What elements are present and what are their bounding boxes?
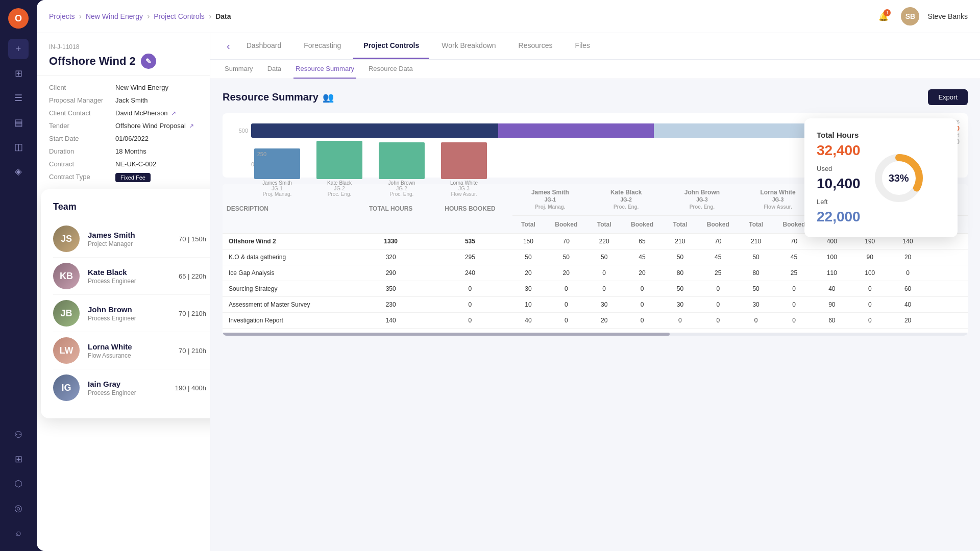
project-title: Offshore Wind 2 ✎	[49, 54, 198, 69]
team-member-james-smith[interactable]: JS James Smith Project Manager 70 | 150h	[53, 220, 210, 258]
left-label: Left	[817, 198, 861, 206]
user-name: Steve Banks	[927, 12, 968, 20]
breadcrumb-sep-3: ›	[209, 12, 211, 21]
member-hours-john-brown: 70 | 210h	[179, 310, 206, 317]
member-info-john-brown: John Brown Process Engineer	[88, 305, 170, 322]
member-info-iain-gray: Iain Gray Process Engineer	[88, 380, 167, 396]
donut-stats: Total Hours 32,400 Used 10,400 Left 22,0…	[817, 131, 861, 225]
breadcrumb-sep-1: ›	[79, 12, 82, 21]
nav-tabs: ‹ Dashboard Forecasting Project Controls…	[210, 33, 980, 60]
settings-icon[interactable]: ◈	[8, 161, 29, 182]
section-header: Resource Summary 👥 Export	[223, 89, 968, 105]
subtab-data[interactable]: Data	[265, 60, 283, 79]
team-member-iain-gray[interactable]: IG Iain Gray Process Engineer 190 | 400h	[53, 369, 210, 406]
breadcrumb-wind-energy[interactable]: New Wind Energy	[86, 12, 143, 20]
left-panel: IN-J-11018 Offshore Wind 2 ✎ Client New …	[37, 33, 210, 551]
member-hours-lorna-white: 70 | 210h	[179, 347, 206, 355]
jb-booked-header: Booked	[696, 216, 740, 234]
team-popup: Team JS James Smith Project Manager 70 |…	[41, 189, 210, 418]
member-hours-james-smith: 70 | 150h	[179, 235, 206, 243]
user-avatar[interactable]: SB	[901, 7, 919, 26]
avatar-iain-gray: IG	[53, 374, 80, 401]
tab-project-controls[interactable]: Project Controls	[353, 33, 429, 59]
right-main: ‹ Dashboard Forecasting Project Controls…	[210, 33, 980, 551]
donut-percent: 33%	[889, 172, 909, 184]
section-title: Resource Summary 👥	[223, 91, 334, 103]
person-icon[interactable]: ◎	[8, 498, 29, 518]
kb-total-header: Total	[588, 216, 620, 234]
subtab-summary[interactable]: Summary	[223, 60, 255, 79]
search-icon[interactable]: ⌕	[8, 522, 29, 543]
chart-icon[interactable]: ◫	[8, 137, 29, 157]
total-hours-label: Total Hours	[817, 131, 861, 139]
team-member-lorna-white[interactable]: LW Lorna White Flow Assurance 70 | 210h	[53, 332, 210, 369]
donut-chart: 33%	[871, 150, 927, 206]
contract-type-badge: Fixed Fee	[115, 173, 151, 182]
client-contact-link[interactable]: ↗	[171, 110, 176, 117]
export-button[interactable]: Export	[928, 89, 968, 105]
sub-tabs: Summary Data Resource Summary Resource D…	[210, 60, 980, 79]
main-content: Resource Summary 👥 Export 500	[210, 79, 980, 551]
team-title: Team	[53, 202, 210, 212]
detail-proposal-manager: Proposal Manager Jack Smith	[49, 96, 198, 104]
detail-start-date: Start Date 01/06/2022	[49, 135, 198, 142]
nav-back-button[interactable]: ‹	[223, 33, 234, 59]
breadcrumb: Projects › New Wind Energy › Project Con…	[49, 12, 231, 21]
js-total-header: Total	[512, 216, 545, 234]
table-row: Investigation Report 140 0 4002000000600…	[223, 313, 968, 329]
used-label: Used	[817, 165, 861, 172]
table-row: Sourcing Strategy 350 0 3000050050040060	[223, 281, 968, 297]
member-info-lorna-white: Lorna White Flow Assurance	[88, 342, 170, 359]
notification-button[interactable]: 🔔 1	[874, 7, 893, 26]
total-hours-value: 32,400	[817, 142, 861, 159]
team-member-kate-black[interactable]: KB Kate Black Process Engineer 65 | 220h	[53, 258, 210, 295]
team-member-john-brown[interactable]: JB John Brown Process Engineer 70 | 210h	[53, 295, 210, 332]
member-info-james-smith: James Smith Project Manager	[88, 231, 170, 247]
table-row: Assessment of Master Survey 230 0 100300…	[223, 297, 968, 313]
used-value: 10,400	[817, 176, 861, 192]
avatar-lorna-white: LW	[53, 337, 80, 364]
detail-contract: Contract NE-UK-C-002	[49, 160, 198, 168]
list-icon[interactable]: ▤	[8, 112, 29, 133]
member-hours-iain-gray: 190 | 400h	[175, 384, 206, 392]
dashboard-icon[interactable]: ⊞	[8, 63, 29, 84]
detail-tender: Tender Offshore Wind Proposal ↗	[49, 122, 198, 130]
detail-client-contact: Client Contact David McPherson ↗	[49, 109, 198, 117]
add-button[interactable]: +	[8, 39, 29, 59]
donut-popup: Total Hours 32,400 Used 10,400 Left 22,0…	[804, 118, 958, 237]
breadcrumb-current: Data	[215, 12, 231, 20]
tab-forecasting[interactable]: Forecasting	[293, 33, 351, 59]
breadcrumb-project-controls[interactable]: Project Controls	[154, 12, 205, 20]
notification-badge: 1	[884, 9, 891, 16]
left-value: 22,000	[817, 209, 861, 225]
jb-total-header: Total	[664, 216, 696, 234]
tab-files[interactable]: Files	[565, 33, 601, 59]
tab-work-breakdown[interactable]: Work Breakdown	[431, 33, 506, 59]
file-icon[interactable]: ☰	[8, 88, 29, 108]
project-header: IN-J-11018 Offshore Wind 2 ✎	[37, 33, 210, 76]
avatar-kate-black: KB	[53, 263, 80, 289]
tab-dashboard[interactable]: Dashboard	[236, 33, 292, 59]
breadcrumb-sep-2: ›	[147, 12, 150, 21]
avatar-james-smith: JS	[53, 226, 80, 252]
grid-icon[interactable]: ⊞	[8, 449, 29, 469]
avatar-john-brown: JB	[53, 300, 80, 327]
detail-contract-type: Contract Type Fixed Fee	[49, 173, 198, 182]
tab-resources[interactable]: Resources	[508, 33, 563, 59]
subtab-resource-data[interactable]: Resource Data	[366, 60, 415, 79]
team-icon[interactable]: ⚇	[8, 424, 29, 445]
member-hours-kate-black: 65 | 220h	[179, 272, 206, 280]
folder-icon[interactable]: ⬡	[8, 473, 29, 494]
table-row: K.O & data gathering 320 295 50505045504…	[223, 249, 968, 265]
js-booked-header: Booked	[544, 216, 588, 234]
breadcrumb-projects[interactable]: Projects	[49, 12, 75, 20]
project-id: IN-J-11018	[49, 43, 198, 51]
tender-link[interactable]: ↗	[189, 122, 194, 130]
top-bar: Projects › New Wind Energy › Project Con…	[37, 0, 980, 33]
edit-project-button[interactable]: ✎	[141, 54, 156, 69]
subtab-resource-summary[interactable]: Resource Summary	[293, 60, 356, 79]
app-logo: O	[8, 8, 29, 29]
member-info-kate-black: Kate Black Process Engineer	[88, 268, 170, 285]
table-scrollbar[interactable]	[223, 333, 968, 336]
table-row: Ice Gap Analysis 290 240 202002080258025…	[223, 265, 968, 281]
